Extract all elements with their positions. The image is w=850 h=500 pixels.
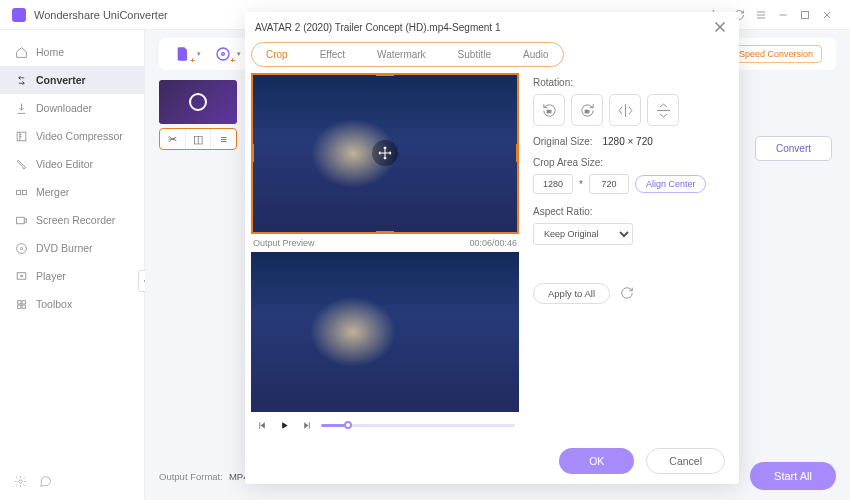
player-controls: [251, 412, 519, 438]
minimize-button[interactable]: [772, 0, 794, 30]
maximize-button[interactable]: [794, 0, 816, 30]
settings-icon[interactable]: [14, 474, 27, 492]
next-frame-button[interactable]: [299, 418, 313, 432]
orig-size-value: 1280 × 720: [602, 136, 652, 147]
move-icon[interactable]: [372, 140, 398, 166]
sidebar-item-recorder[interactable]: Screen Recorder: [0, 206, 144, 234]
home-icon: [14, 45, 28, 59]
menu-icon[interactable]: [750, 0, 772, 30]
feedback-icon[interactable]: [39, 474, 52, 492]
clip-thumbnail[interactable]: [159, 80, 237, 124]
svg-rect-10: [17, 300, 20, 303]
add-file-button[interactable]: +▾: [173, 44, 193, 64]
clip-tools: ✂ ◫ ≡: [159, 128, 237, 150]
tab-effect[interactable]: Effect: [314, 47, 351, 62]
svg-rect-18: [308, 422, 309, 428]
svg-rect-12: [17, 305, 20, 308]
crop-handle-right[interactable]: [516, 144, 519, 162]
clip-card: ✂ ◫ ≡: [159, 80, 237, 150]
svg-point-7: [16, 243, 26, 253]
svg-point-16: [222, 53, 225, 56]
reset-icon[interactable]: [620, 286, 636, 302]
record-icon: [14, 213, 28, 227]
start-all-button[interactable]: Start All: [750, 462, 836, 490]
sidebar-item-toolbox[interactable]: Toolbox: [0, 290, 144, 318]
rotate-ccw-button[interactable]: 90: [533, 94, 565, 126]
prev-frame-button[interactable]: [255, 418, 269, 432]
sidebar-item-compressor[interactable]: Video Compressor: [0, 122, 144, 150]
sidebar-item-home[interactable]: Home: [0, 38, 144, 66]
crop-width-input[interactable]: [533, 174, 573, 194]
crop-size-label: Crop Area Size:: [533, 157, 729, 168]
svg-rect-4: [16, 190, 20, 194]
svg-point-14: [19, 480, 22, 483]
crop-icon[interactable]: ◫: [185, 129, 211, 149]
trim-icon[interactable]: ✂: [160, 129, 185, 149]
aspect-label: Aspect Ratio:: [533, 206, 729, 217]
modal-close-button[interactable]: [711, 18, 729, 36]
output-preview-label: Output Preview: [253, 238, 315, 248]
aspect-select[interactable]: Keep Original: [533, 223, 633, 245]
rotate-cw-button[interactable]: 90: [571, 94, 603, 126]
svg-point-8: [20, 247, 22, 249]
merge-icon: [14, 185, 28, 199]
svg-rect-13: [22, 305, 25, 308]
crop-height-input[interactable]: [589, 174, 629, 194]
player-icon: [14, 269, 28, 283]
crop-handle-bottom[interactable]: [376, 231, 394, 234]
play-button[interactable]: [277, 418, 291, 432]
svg-text:90: 90: [584, 108, 589, 113]
crop-preview[interactable]: [251, 73, 519, 234]
apply-all-button[interactable]: Apply to All: [533, 283, 610, 304]
add-dvd-button[interactable]: +▾: [213, 44, 233, 64]
progress-bar[interactable]: [321, 424, 515, 427]
progress-knob[interactable]: [344, 421, 352, 429]
align-center-button[interactable]: Align Center: [635, 175, 707, 193]
app-logo: [12, 8, 26, 22]
tab-subtitle[interactable]: Subtitle: [452, 47, 497, 62]
converter-icon: [14, 73, 28, 87]
editor-icon: [14, 157, 28, 171]
sidebar-item-editor[interactable]: Video Editor: [0, 150, 144, 178]
sidebar-item-downloader[interactable]: Downloader: [0, 94, 144, 122]
modal-title: AVATAR 2 (2020) Trailer Concept (HD).mp4…: [255, 22, 711, 33]
time-display: 00:06/00:46: [469, 238, 517, 248]
sidebar-item-merger[interactable]: Merger: [0, 178, 144, 206]
sidebar-item-converter[interactable]: Converter: [0, 66, 144, 94]
more-icon[interactable]: ≡: [210, 129, 236, 149]
svg-rect-6: [16, 217, 24, 224]
convert-button[interactable]: Convert: [755, 136, 832, 161]
dvd-icon: [14, 241, 28, 255]
svg-point-15: [217, 48, 229, 60]
crop-handle-top[interactable]: [376, 73, 394, 76]
close-button[interactable]: [816, 0, 838, 30]
edit-tabs: Crop Effect Watermark Subtitle Audio: [251, 42, 564, 67]
svg-rect-9: [17, 272, 26, 279]
crop-modal: AVATAR 2 (2020) Trailer Concept (HD).mp4…: [245, 12, 739, 484]
svg-rect-5: [22, 190, 26, 194]
svg-rect-2: [802, 11, 809, 18]
tab-crop[interactable]: Crop: [260, 47, 294, 62]
rotation-label: Rotation:: [533, 77, 729, 88]
sidebar-item-dvd[interactable]: DVD Burner: [0, 234, 144, 262]
flip-horizontal-button[interactable]: [609, 94, 641, 126]
sidebar: Home Converter Downloader Video Compress…: [0, 30, 145, 500]
sidebar-item-player[interactable]: Player: [0, 262, 144, 290]
orig-size-label: Original Size:: [533, 136, 592, 147]
download-icon: [14, 101, 28, 115]
toolbox-icon: [14, 297, 28, 311]
compress-icon: [14, 129, 28, 143]
cancel-button[interactable]: Cancel: [646, 448, 725, 474]
tab-watermark[interactable]: Watermark: [371, 47, 432, 62]
svg-rect-11: [22, 300, 25, 303]
output-preview: [251, 252, 519, 413]
flip-vertical-button[interactable]: [647, 94, 679, 126]
crop-handle-left[interactable]: [251, 144, 254, 162]
ok-button[interactable]: OK: [559, 448, 634, 474]
svg-text:90: 90: [546, 108, 551, 113]
tab-audio[interactable]: Audio: [517, 47, 555, 62]
svg-rect-17: [259, 422, 260, 428]
